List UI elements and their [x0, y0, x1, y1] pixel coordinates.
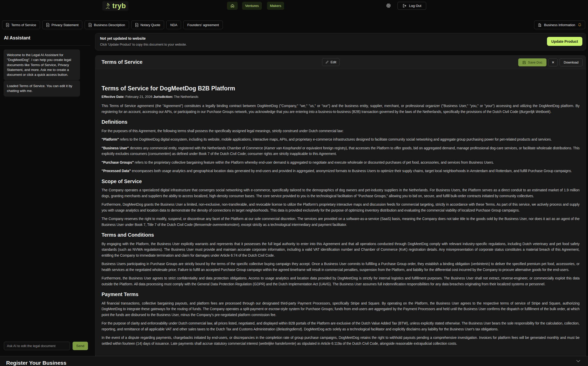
nav-ventures-label: Ventures [245, 4, 259, 8]
banner-subtitle: Click 'Update Product' to copy this docu… [100, 43, 187, 46]
pencil-icon [325, 60, 329, 64]
close-icon: ✕ [552, 60, 554, 64]
edit-button[interactable]: Edit [322, 58, 340, 66]
edit-label: Edit [331, 60, 336, 64]
doc-paragraph: "Processed Data" encompasses both usage … [102, 168, 580, 174]
ai-assistant-sidebar: AI Assistant Welcome to the Legal AI Ass… [0, 30, 90, 356]
doc-paragraph: The Company operates a specialized digit… [102, 187, 580, 199]
download-label: Download [564, 60, 579, 64]
register-business-title: Register Your Business [6, 360, 66, 366]
document-meta: Effective Date: February 21, 2026 Jurisd… [102, 94, 580, 100]
logout-label: Log Out [409, 4, 421, 8]
nav-ventures-button[interactable]: Ventures [242, 2, 262, 10]
tab-label: Business Description [94, 23, 125, 27]
document-tabs: Terms of Service Privacy Statement Busin… [2, 20, 586, 29]
file-icon [46, 23, 49, 27]
doc-paragraph: The Company reserves the right to modify… [102, 216, 580, 228]
section-heading-definitions: Definitions [102, 119, 580, 125]
nav-makers-button[interactable]: Makers [267, 2, 284, 10]
brand-name: tryb [112, 2, 126, 10]
doc-paragraph: Furthermore, DogMeetDog grants the Busin… [102, 202, 580, 213]
tab-label: Privacy Statement [52, 23, 79, 27]
tab-label: Terms of Service [11, 23, 36, 27]
tab-notary-quote[interactable]: Notary Quote [131, 20, 164, 29]
register-business-bar[interactable]: Register Your Business [0, 356, 588, 366]
business-information-button[interactable]: Business Information [534, 20, 585, 29]
file-icon [135, 23, 138, 27]
gear-icon [386, 3, 391, 8]
save-doc-label: Save Doc [528, 60, 542, 64]
file-icon [88, 23, 92, 27]
building-icon [538, 23, 542, 27]
assistant-message: Loaded Terms of Service. You can edit it… [4, 80, 80, 97]
doc-paragraph: For the purposes of this Agreement, the … [102, 128, 580, 134]
doc-paragraph: Furthermore, the Business User agrees to… [102, 276, 580, 287]
doc-paragraph: "Business User" denotes any commercial e… [102, 145, 580, 157]
document-panel-title: Terms of Service [102, 59, 143, 65]
tab-label: Notary Quote [141, 23, 160, 27]
logout-button[interactable]: Log Out [397, 2, 426, 10]
save-doc-button[interactable]: Save Doc [518, 58, 546, 66]
update-banner: Not yet updated to website Click 'Update… [95, 33, 586, 50]
logout-icon [402, 4, 407, 8]
section-heading-payment-terms: Payment Terms [102, 291, 580, 297]
tab-privacy-statement[interactable]: Privacy Statement [42, 20, 83, 29]
update-product-button[interactable]: Update Product [547, 37, 582, 46]
tab-terms-of-service[interactable]: Terms of Service [2, 20, 40, 29]
campfire-logo-icon [105, 3, 111, 9]
tab-founders-agreement[interactable]: Founders' agreement [183, 20, 223, 29]
document-title: Terms of Service for DogMeetDog B2B Plat… [102, 86, 580, 91]
doc-paragraph: By engaging with the Platform, the Busin… [102, 241, 580, 259]
home-button[interactable] [227, 2, 238, 10]
top-navbar: tryb Ventures Makers [0, 0, 588, 12]
brand-logo[interactable]: tryb [102, 1, 128, 11]
doc-paragraph: For the purpose of clarity and enforceab… [102, 321, 580, 332]
chat-input-row: Send [4, 342, 88, 350]
tab-label: NDA [170, 23, 177, 27]
app-root: tryb Ventures Makers [0, 0, 588, 366]
nav-makers-label: Makers [270, 4, 281, 8]
document-tabbar: Terms of Service Privacy Statement Busin… [2, 20, 586, 29]
doc-paragraph: Business Users participating in Purchase… [102, 261, 580, 273]
document-panel-header: Terms of Service Edit Save Doc [95, 56, 586, 69]
document-panel: Terms of Service Edit Save Doc [95, 55, 586, 356]
download-button[interactable]: Download [560, 58, 583, 66]
banner-title: Not yet updated to website [100, 36, 146, 40]
doc-paragraph: This Terms of Service agreement (the "Ag… [102, 103, 580, 115]
doc-paragraph: In the event of a dispute regarding paym… [102, 335, 580, 347]
doc-paragraph: "Purchase Groups" refers to the propriet… [102, 160, 580, 166]
doc-paragraph: "Platform" refers to the DogMeetDog digi… [102, 137, 580, 143]
chat-input[interactable] [4, 342, 70, 350]
section-heading-scope-of-service: Scope of Service [102, 179, 580, 184]
send-button[interactable]: Send [73, 342, 88, 350]
business-information-label: Business Information [544, 23, 575, 27]
chevron-down-icon [576, 360, 580, 362]
settings-button[interactable] [386, 3, 391, 8]
section-heading-terms-and-conditions: Terms and Conditions [102, 232, 580, 238]
close-button[interactable]: ✕ [548, 58, 558, 66]
tab-business-description[interactable]: Business Description [85, 20, 129, 29]
doc-paragraph: All financial transactions, collective b… [102, 301, 580, 318]
notification-bell-icon [578, 23, 582, 27]
tab-label: Founders' agreement [187, 23, 219, 27]
file-icon [6, 23, 9, 27]
tab-nda[interactable]: NDA [166, 20, 181, 29]
doc-header-actions: Save Doc ✕ Download [518, 58, 583, 66]
sidebar-divider [0, 45, 90, 46]
document-body[interactable]: Terms of Service for DogMeetDog B2B Plat… [95, 69, 586, 356]
assistant-message: Welcome to the Legal AI Assistant for "D… [4, 49, 80, 80]
home-icon [230, 4, 235, 8]
ai-assistant-title: AI Assistant [4, 35, 30, 41]
floppy-icon [522, 61, 526, 64]
